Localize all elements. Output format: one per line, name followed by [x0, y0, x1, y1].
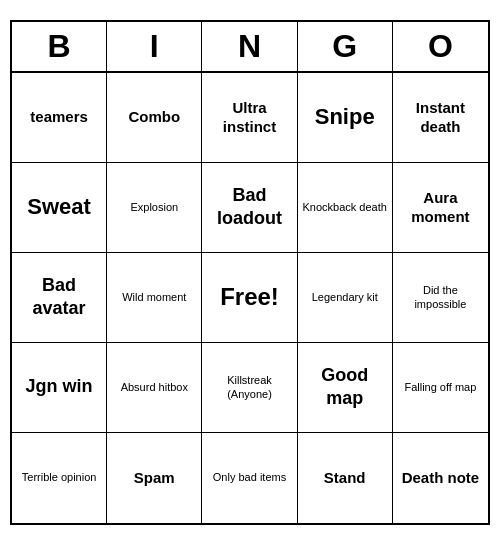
cell-text-11: Wild moment	[122, 290, 186, 304]
bingo-cell-9: Aura moment	[393, 163, 488, 253]
bingo-cell-24: Death note	[393, 433, 488, 523]
cell-text-4: Instant death	[397, 98, 484, 137]
cell-text-7: Bad loadout	[206, 184, 292, 231]
bingo-header: BINGO	[12, 22, 488, 73]
cell-text-16: Absurd hitbox	[121, 380, 188, 394]
bingo-cell-4: Instant death	[393, 73, 488, 163]
bingo-cell-7: Bad loadout	[202, 163, 297, 253]
bingo-cell-0: teamers	[12, 73, 107, 163]
cell-text-18: Good map	[302, 364, 388, 411]
cell-text-14: Did the impossible	[397, 283, 484, 312]
bingo-cell-19: Falling off map	[393, 343, 488, 433]
bingo-cell-18: Good map	[298, 343, 393, 433]
cell-text-17: Killstreak (Anyone)	[206, 373, 292, 402]
cell-text-10: Bad avatar	[16, 274, 102, 321]
bingo-cell-3: Snipe	[298, 73, 393, 163]
cell-text-0: teamers	[30, 107, 88, 127]
bingo-cell-2: Ultra instinct	[202, 73, 297, 163]
cell-text-24: Death note	[402, 468, 480, 488]
bingo-cell-11: Wild moment	[107, 253, 202, 343]
cell-text-9: Aura moment	[397, 188, 484, 227]
bingo-cell-14: Did the impossible	[393, 253, 488, 343]
bingo-cell-13: Legendary kit	[298, 253, 393, 343]
bingo-letter-g: G	[298, 22, 393, 71]
bingo-letter-b: B	[12, 22, 107, 71]
cell-text-22: Only bad items	[213, 470, 286, 484]
bingo-cell-1: Combo	[107, 73, 202, 163]
cell-text-12: Free!	[220, 283, 279, 311]
bingo-cell-10: Bad avatar	[12, 253, 107, 343]
cell-text-1: Combo	[128, 107, 180, 127]
bingo-cell-15: Jgn win	[12, 343, 107, 433]
bingo-cell-5: Sweat	[12, 163, 107, 253]
bingo-letter-i: I	[107, 22, 202, 71]
bingo-cell-20: Terrible opinion	[12, 433, 107, 523]
cell-text-19: Falling off map	[404, 380, 476, 394]
cell-text-23: Stand	[324, 468, 366, 488]
cell-text-2: Ultra instinct	[206, 98, 292, 137]
bingo-cell-23: Stand	[298, 433, 393, 523]
bingo-cell-6: Explosion	[107, 163, 202, 253]
cell-text-5: Sweat	[27, 193, 91, 222]
bingo-cell-22: Only bad items	[202, 433, 297, 523]
bingo-cell-17: Killstreak (Anyone)	[202, 343, 297, 433]
cell-text-3: Snipe	[315, 103, 375, 132]
bingo-letter-n: N	[202, 22, 297, 71]
cell-text-8: Knockback death	[303, 200, 387, 214]
cell-text-20: Terrible opinion	[22, 470, 97, 484]
bingo-cell-8: Knockback death	[298, 163, 393, 253]
bingo-cell-12: Free!	[202, 253, 297, 343]
cell-text-15: Jgn win	[26, 375, 93, 398]
bingo-letter-o: O	[393, 22, 488, 71]
bingo-grid: teamersComboUltra instinctSnipeInstant d…	[12, 73, 488, 523]
cell-text-6: Explosion	[130, 200, 178, 214]
bingo-card: BINGO teamersComboUltra instinctSnipeIns…	[10, 20, 490, 525]
cell-text-13: Legendary kit	[312, 290, 378, 304]
cell-text-21: Spam	[134, 468, 175, 488]
bingo-cell-16: Absurd hitbox	[107, 343, 202, 433]
bingo-cell-21: Spam	[107, 433, 202, 523]
